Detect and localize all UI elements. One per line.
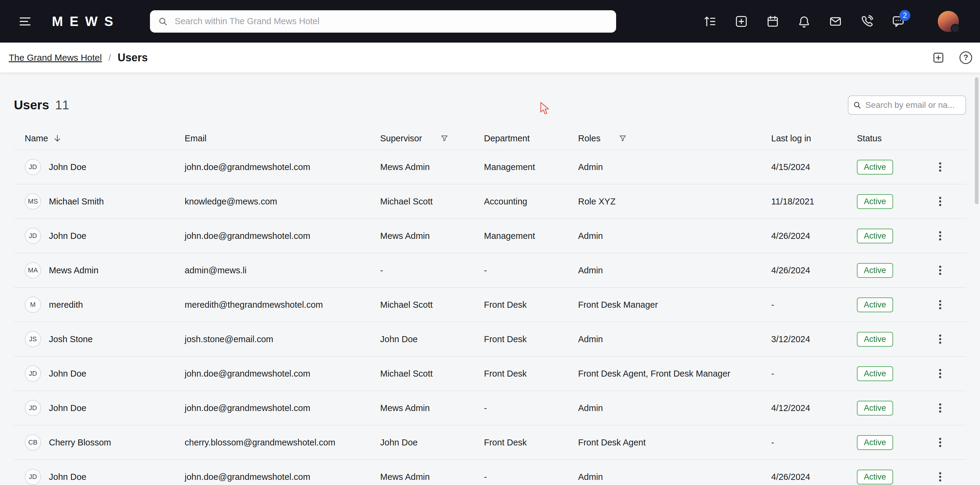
- user-last-login: -: [771, 437, 857, 448]
- mews-logo[interactable]: MEWS: [52, 14, 120, 29]
- user-name: Michael Smith: [49, 196, 104, 207]
- breadcrumb-hotel-link[interactable]: The Grand Mews Hotel: [9, 53, 102, 63]
- user-supervisor: Mews Admin: [380, 231, 484, 241]
- user-email: meredith@thegrandmewshotel.com: [185, 300, 380, 310]
- user-supervisor: John Doe: [380, 437, 484, 448]
- create-plus-icon[interactable]: [734, 14, 748, 29]
- user-department: Management: [484, 162, 578, 172]
- user-supervisor: -: [380, 265, 484, 275]
- table-row[interactable]: M meredith meredith@thegrandmewshotel.co…: [14, 288, 966, 322]
- user-name: John Doe: [49, 231, 86, 241]
- user-search[interactable]: [848, 96, 966, 115]
- calendar-icon[interactable]: [766, 14, 780, 29]
- user-email: josh.stone@email.com: [185, 334, 380, 344]
- user-department: Front Desk: [484, 369, 578, 379]
- status-badge: Active: [857, 194, 893, 209]
- column-header-status: Status: [857, 134, 931, 144]
- user-name-cell: CB Cherry Blossom: [25, 434, 185, 451]
- user-name: John Doe: [49, 472, 86, 482]
- user-email: admin@mews.li: [185, 265, 380, 275]
- table-row[interactable]: CB Cherry Blossom cherry.blossom@grandme…: [14, 426, 966, 460]
- row-menu-button[interactable]: [934, 195, 947, 208]
- row-menu-button[interactable]: [934, 436, 947, 449]
- column-header-roles: Roles: [578, 134, 771, 144]
- user-name-cell: MA Mews Admin: [25, 262, 185, 278]
- user-name: Josh Stone: [49, 334, 92, 344]
- user-last-login: 4/26/2024: [771, 231, 857, 241]
- user-department: -: [484, 472, 578, 482]
- global-search[interactable]: [150, 10, 616, 33]
- column-header-department: Department: [484, 134, 578, 144]
- user-last-login: -: [771, 300, 857, 310]
- global-search-input[interactable]: [174, 16, 608, 27]
- user-department: Management: [484, 231, 578, 241]
- topbar-actions: 2: [703, 11, 959, 32]
- user-roles: Front Desk Agent, Front Desk Manager: [578, 369, 771, 379]
- user-initials-avatar: JD: [25, 228, 41, 244]
- help-chat-icon[interactable]: 2: [891, 14, 905, 29]
- row-menu-button[interactable]: [934, 367, 947, 380]
- table-row[interactable]: JD John Doe john.doe@grandmewshotel.com …: [14, 357, 966, 391]
- scrollbar-thumb[interactable]: [975, 77, 978, 204]
- row-menu-button[interactable]: [934, 470, 947, 483]
- user-search-input[interactable]: [865, 100, 961, 110]
- user-name-cell: JD John Doe: [25, 400, 185, 416]
- user-supervisor: Mews Admin: [380, 472, 484, 482]
- user-last-login: 4/15/2024: [771, 162, 857, 172]
- profile-avatar[interactable]: [938, 11, 959, 32]
- row-menu-button[interactable]: [934, 264, 947, 277]
- status-badge: Active: [857, 297, 893, 312]
- table-row[interactable]: JD John Doe john.doe@grandmewshotel.com …: [14, 219, 966, 254]
- user-name-cell: M meredith: [25, 297, 185, 313]
- row-menu-button[interactable]: [934, 332, 947, 346]
- help-icon[interactable]: ?: [959, 51, 972, 64]
- add-widget-icon[interactable]: [932, 51, 945, 64]
- messages-mail-icon[interactable]: [829, 14, 842, 29]
- sort-descending-icon[interactable]: [53, 134, 62, 143]
- user-last-login: -: [771, 369, 857, 379]
- breadcrumb: The Grand Mews Hotel / Users ?: [0, 43, 980, 72]
- sort-lines-icon[interactable]: [703, 14, 717, 29]
- phone-icon[interactable]: [860, 14, 874, 29]
- user-name-cell: JD John Doe: [25, 469, 185, 485]
- user-name-cell: MS Michael Smith: [25, 193, 185, 210]
- user-department: Accounting: [484, 196, 578, 207]
- user-name: meredith: [49, 300, 83, 310]
- menu-icon[interactable]: [18, 14, 32, 29]
- status-badge: Active: [857, 160, 893, 175]
- user-supervisor: Michael Scott: [380, 369, 484, 379]
- users-table: Name Email Supervisor Depart: [14, 127, 966, 485]
- row-menu-button[interactable]: [934, 401, 947, 415]
- row-menu-button[interactable]: [934, 160, 947, 174]
- table-row[interactable]: MS Michael Smith knowledge@mews.com Mich…: [14, 185, 966, 219]
- filter-icon[interactable]: [440, 134, 449, 142]
- table-row[interactable]: JD John Doe john.doe@grandmewshotel.com …: [14, 391, 966, 426]
- user-name-cell: JD John Doe: [25, 159, 185, 175]
- user-initials-avatar: JS: [25, 331, 41, 347]
- user-email: john.doe@grandmewshotel.com: [185, 162, 380, 172]
- table-row[interactable]: MA Mews Admin admin@mews.li - - Admin 4/…: [14, 254, 966, 288]
- status-badge: Active: [857, 332, 893, 347]
- status-badge: Active: [857, 470, 893, 484]
- user-name: John Doe: [49, 403, 86, 413]
- filter-icon[interactable]: [619, 134, 627, 142]
- user-email: knowledge@mews.com: [185, 196, 380, 207]
- breadcrumb-actions: ?: [932, 51, 972, 64]
- table-row[interactable]: JD John Doe john.doe@grandmewshotel.com …: [14, 150, 966, 185]
- row-menu-button[interactable]: [934, 229, 947, 242]
- status-badge: Active: [857, 229, 893, 243]
- row-menu-button[interactable]: [934, 298, 947, 311]
- user-email: john.doe@grandmewshotel.com: [185, 231, 380, 241]
- table-row[interactable]: JD John Doe john.doe@grandmewshotel.com …: [14, 460, 966, 485]
- user-name-cell: JS Josh Stone: [25, 331, 185, 347]
- notifications-bell-icon[interactable]: [797, 14, 811, 29]
- user-roles: Admin: [578, 265, 771, 275]
- table-body: JD John Doe john.doe@grandmewshotel.com …: [14, 150, 966, 485]
- table-row[interactable]: JS Josh Stone josh.stone@email.com John …: [14, 322, 966, 357]
- user-last-login: 4/26/2024: [771, 265, 857, 275]
- user-email: john.doe@grandmewshotel.com: [185, 403, 380, 413]
- user-last-login: 11/18/2021: [771, 196, 857, 207]
- user-initials-avatar: CB: [25, 434, 41, 451]
- user-supervisor: Michael Scott: [380, 300, 484, 310]
- help-icon-glyph: ?: [963, 53, 968, 62]
